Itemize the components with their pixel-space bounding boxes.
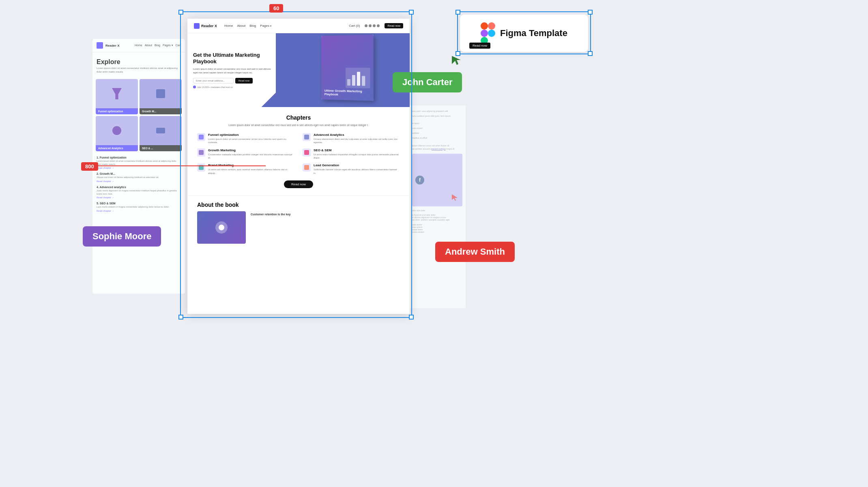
book-chart bbox=[346, 68, 370, 88]
nav-home[interactable]: Home bbox=[224, 24, 233, 28]
main-nav: Reader X Home About Blog Pages ▾ Cart (0… bbox=[187, 19, 410, 33]
svg-point-9 bbox=[488, 30, 495, 37]
handle2-tr[interactable] bbox=[588, 10, 593, 15]
handle-tr[interactable] bbox=[409, 10, 414, 15]
left-card-label-2: Growth M... bbox=[140, 108, 182, 114]
left-nav-home: Home bbox=[135, 44, 142, 47]
chapter-desc-2: Ornare elementum diam sed dui vulputate … bbox=[314, 137, 400, 144]
svg-marker-10 bbox=[452, 56, 461, 65]
left-list-title-4: 5. SEO & SEM bbox=[97, 202, 181, 205]
nav-cta-button[interactable]: Read now bbox=[385, 23, 403, 28]
book-cover-inner: Ultime Growth Marketing Playbook bbox=[321, 34, 374, 101]
svg-rect-2 bbox=[352, 75, 355, 86]
book-cover: Ultime Growth Marketing Playbook bbox=[321, 34, 374, 101]
andrew-smith-badge: Andrew Smith bbox=[435, 242, 515, 262]
chapter-desc-4: Ut enim enim habitant imperdiet efringil… bbox=[314, 153, 400, 160]
left-card-label-1: Funnel optimization bbox=[96, 108, 138, 114]
book-title: Ultime Growth Marketing Playbook bbox=[324, 89, 370, 98]
nav-links: Home About Blog Pages ▾ bbox=[224, 24, 271, 28]
hero-email-row: Read now bbox=[193, 78, 271, 84]
chapter-desc-3: Consectetur maleada vulputate porttitor … bbox=[208, 153, 294, 160]
chapter-desc-6: Sollicitudin laoreet nutrum eget elit ta… bbox=[314, 168, 400, 175]
right-frame-text-6: dapibus ex efficit bbox=[412, 136, 462, 139]
left-read-more-2[interactable]: Read chapter → bbox=[97, 180, 181, 182]
social-fb bbox=[365, 24, 367, 27]
handle-bl[interactable] bbox=[178, 315, 183, 320]
chapters-read-button[interactable]: Read now bbox=[284, 180, 313, 188]
left-list-title-2: 2. Growth M... bbox=[97, 172, 181, 175]
about-retention: Customer retention is the key bbox=[251, 213, 400, 216]
figma-read-button[interactable]: Read now bbox=[469, 43, 490, 49]
fb-icon: f bbox=[415, 176, 424, 185]
chapters-grid: Funnel optimization Lorem ipsum dolor si… bbox=[197, 133, 400, 175]
left-nav-blog: Blog bbox=[155, 44, 160, 47]
left-logo-icon bbox=[97, 42, 103, 49]
chapter-title-2: Advanced Analytics bbox=[314, 133, 400, 137]
about-text: Customer retention is the key bbox=[251, 211, 400, 244]
left-list-desc-4: Laos morbi esteem in magna consectetur a… bbox=[97, 206, 181, 209]
hero-read-button[interactable]: Read now bbox=[235, 78, 253, 84]
handle-tl[interactable] bbox=[178, 10, 183, 15]
chapter-icon-2 bbox=[303, 133, 311, 141]
chapter-desc-5: Ut enim ad minim veniam, quis nostrud ex… bbox=[208, 168, 294, 175]
main-frame: Reader X Home About Blog Pages ▾ Cart (0… bbox=[187, 19, 410, 314]
left-read-more-1[interactable]: Read chapter → bbox=[97, 167, 181, 169]
nav-cart[interactable]: Cart (0) bbox=[349, 24, 360, 28]
svg-rect-5 bbox=[481, 22, 488, 30]
social-tw bbox=[369, 24, 372, 27]
sophie-moore-badge: Sophie Moore bbox=[83, 226, 161, 247]
handle-br[interactable] bbox=[409, 315, 414, 320]
left-frame: Reader X Home About Blog Pages ▾ Cart Ex… bbox=[92, 39, 185, 294]
chapter-item-4: SEO & SEM Ut enim enim habitant imperdie… bbox=[303, 148, 400, 160]
social-yt bbox=[373, 24, 376, 27]
left-card-label-4: SEO & ... bbox=[140, 145, 182, 151]
chapters-section: Chapters Lorem ipsum dolor sit amet cons… bbox=[187, 107, 410, 195]
right-frame-text-2: turts curdetur ipsum nibh-justo, ferm-ip… bbox=[412, 114, 462, 118]
chapter-icon-6 bbox=[303, 163, 311, 172]
right-frame-text-7: ipsum ullamco cursus est amet dictum sit bbox=[412, 144, 462, 148]
left-read-more-4[interactable]: Read chapter → bbox=[97, 210, 181, 212]
nav-blog[interactable]: Blog bbox=[249, 24, 256, 28]
handle2-tl[interactable] bbox=[455, 10, 460, 15]
chapter-icon-5 bbox=[197, 163, 205, 172]
chapter-title-3: Growth Marketing bbox=[208, 148, 294, 152]
svg-rect-1 bbox=[347, 79, 350, 86]
svg-rect-6 bbox=[488, 22, 495, 30]
nav-pages[interactable]: Pages ▾ bbox=[260, 24, 271, 28]
nav-social bbox=[365, 24, 380, 27]
handle2-br[interactable] bbox=[588, 51, 593, 56]
hero-desc: Lorem ipsum dolor sit amet consectetur o… bbox=[193, 67, 271, 75]
canvas: 60 800 Reader X Home About Blog Pages ▾ … bbox=[0, 0, 868, 487]
left-read-more-3[interactable]: Read chapter → bbox=[97, 196, 181, 199]
figma-template-title: Figma Template bbox=[500, 28, 567, 39]
left-hero-desc: Lorem ipsum dolor sit amet consectetur t… bbox=[92, 67, 185, 77]
nav-about[interactable]: About bbox=[237, 24, 245, 28]
left-card-img-3 bbox=[96, 116, 138, 145]
chapter-item-2: Advanced Analytics Ornare elementum diam… bbox=[303, 133, 400, 144]
right-frame-text-3: er lector bbox=[412, 122, 462, 125]
chapter-item-6: Lead Generation Sollicitudin laoreet nut… bbox=[303, 163, 400, 175]
left-hero-title: Explore bbox=[92, 52, 185, 67]
right-frame-text-9: olso vive tortor. bbox=[412, 209, 462, 212]
cursor-icon bbox=[451, 193, 459, 202]
left-list-title-3: 4. Advanced analytics bbox=[97, 186, 181, 189]
chapter-desc-1: Lorem ipsum dolor sit amet consectetur o… bbox=[208, 137, 294, 144]
left-list-desc-3: Justo morbi dignissim on magna consectet… bbox=[97, 189, 181, 195]
left-nav-about: About bbox=[145, 44, 152, 47]
left-nav-cart: Cart bbox=[176, 44, 181, 47]
about-section: About the book Customer retention is the… bbox=[187, 195, 410, 249]
left-card-img-2 bbox=[140, 79, 182, 108]
right-frame-image: f bbox=[412, 154, 462, 206]
chapter-icon-3 bbox=[197, 148, 205, 157]
hero-trust: ✓ Join 10,000+ marketers that trust us bbox=[193, 86, 271, 88]
measure-badge-60: 60 bbox=[269, 4, 283, 13]
hero-title: Get the Ultimate Marketing Playbook bbox=[193, 52, 271, 65]
hero-left: Get the Ultimate Marketing Playbook Lore… bbox=[187, 33, 277, 107]
svg-marker-0 bbox=[452, 194, 458, 201]
hero-email-input[interactable] bbox=[193, 78, 234, 84]
nav-brand: Reader X bbox=[201, 24, 217, 28]
measurement-line bbox=[87, 165, 266, 166]
about-title: About the book bbox=[197, 202, 400, 208]
svg-rect-7 bbox=[481, 30, 488, 37]
chapter-item-3: Growth Marketing Consectetur maleada vul… bbox=[197, 148, 294, 160]
